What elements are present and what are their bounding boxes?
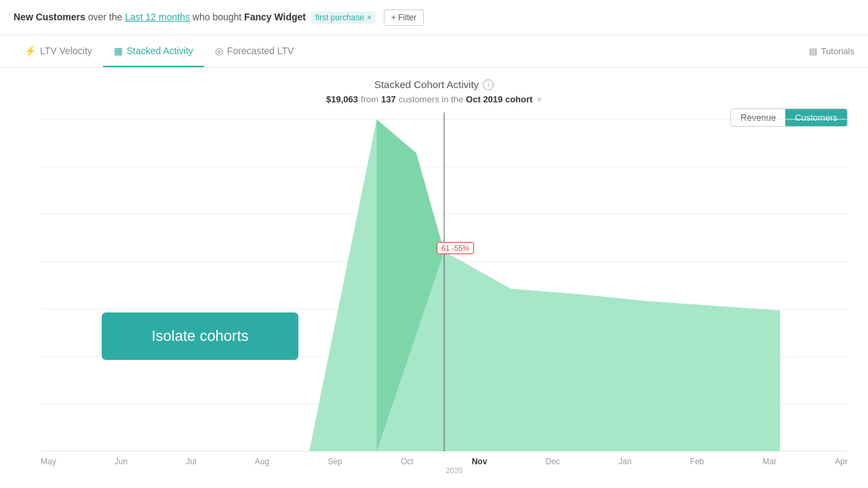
customer-count: 137 xyxy=(381,94,396,104)
x-label-nov: Nov xyxy=(472,457,488,466)
tab-ltv-velocity[interactable]: ⚡ LTV Velocity xyxy=(14,35,103,67)
chart-area: Stacked Cohort Activity i $19,063 from 1… xyxy=(0,68,868,488)
x-label-jun: Jun xyxy=(115,457,127,466)
revenue-amount: $19,063 xyxy=(326,94,358,104)
tooltip: 61 -55% xyxy=(437,241,474,254)
tabs-bar: ⚡ LTV Velocity ▦ Stacked Activity ◎ Fore… xyxy=(0,35,868,68)
tab-forecasted-ltv[interactable]: ◎ Forecasted LTV xyxy=(204,35,305,67)
x-label-jan: Jan xyxy=(618,457,631,466)
forecasted-ltv-icon: ◎ xyxy=(215,45,223,56)
chart-container: 61 -55% 100 100 100 80 60 40 20 Isolate … xyxy=(41,113,848,451)
over-the-text: over the xyxy=(88,12,123,22)
stacked-activity-icon: ▦ xyxy=(114,45,123,56)
tutorials-label: Tutorials xyxy=(821,46,854,56)
x-label-oct: Oct xyxy=(401,457,414,466)
isolate-cohorts-button[interactable]: Isolate cohorts xyxy=(102,312,298,360)
tab-forecasted-ltv-label: Forecasted LTV xyxy=(227,45,294,56)
tutorials-icon: ▤ xyxy=(809,46,817,56)
tab-stacked-activity-label: Stacked Activity xyxy=(127,45,193,56)
x-label-aug: Aug xyxy=(255,457,269,466)
x-label-dec: Dec xyxy=(546,457,560,466)
info-icon[interactable]: i xyxy=(483,79,494,90)
tag-close-icon[interactable]: × xyxy=(367,13,372,22)
year-label: 2020 xyxy=(41,466,868,474)
tutorials-button[interactable]: ▤ Tutorials xyxy=(809,46,854,56)
x-label-mar: Mar xyxy=(762,457,776,466)
new-customers-label: New Customers xyxy=(14,12,85,22)
product-label: Fancy Widget xyxy=(244,12,306,22)
who-bought-text: who bought xyxy=(193,12,241,22)
tab-ltv-velocity-label: LTV Velocity xyxy=(40,45,92,56)
x-axis: May Jun Jul Aug Sep Oct Nov Dec Jan Feb … xyxy=(41,451,848,466)
header-bar: New Customers over the Last 12 months wh… xyxy=(0,0,868,35)
cohort-label: Oct 2019 cohort xyxy=(466,94,532,104)
chart-svg xyxy=(41,113,848,451)
first-purchase-tag: first purchase × xyxy=(311,12,376,24)
x-label-sep: Sep xyxy=(328,457,342,466)
ltv-velocity-icon: ⚡ xyxy=(24,45,36,56)
filter-button[interactable]: + Filter xyxy=(384,9,424,26)
tooltip-percent: -55% xyxy=(452,244,469,252)
chart-subtitle: $19,063 from 137 customers in the Oct 20… xyxy=(0,94,868,104)
cohort-close-icon[interactable]: × xyxy=(536,94,542,104)
tab-stacked-activity[interactable]: ▦ Stacked Activity xyxy=(103,35,204,67)
x-label-may: May xyxy=(41,457,56,466)
x-label-jul: Jul xyxy=(186,457,196,466)
period-link[interactable]: Last 12 months xyxy=(125,12,190,22)
x-label-apr: Apr xyxy=(835,457,848,466)
tooltip-value: 61 xyxy=(441,244,450,252)
chart-title: Stacked Cohort Activity i xyxy=(0,79,868,90)
x-label-feb: Feb xyxy=(690,457,705,466)
header-text: New Customers over the Last 12 months wh… xyxy=(14,12,376,24)
